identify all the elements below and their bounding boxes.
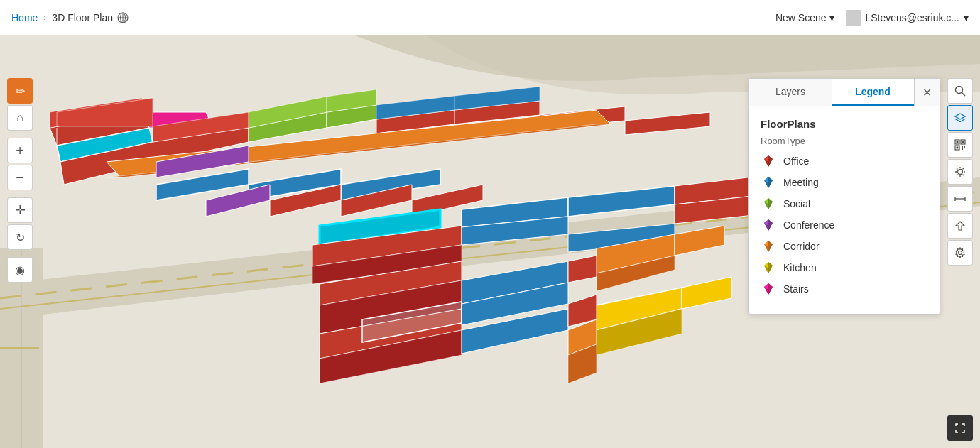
svg-marker-63 <box>955 114 965 119</box>
legend-layers-panel: Layers Legend ✕ FloorPlans RoomType Offi… <box>748 78 940 315</box>
svg-point-86 <box>959 251 962 255</box>
legend-item-label: Corridor <box>783 241 820 252</box>
svg-line-78 <box>957 168 958 170</box>
user-label: LStevens@esriuk.c... <box>866 12 960 23</box>
svg-rect-71 <box>964 146 965 148</box>
breadcrumb: Home › 3D Floor Plan <box>11 12 129 23</box>
legend-item-label: Stairs <box>783 283 809 295</box>
header-right: New Scene ▾ LStevens@esriuk.c... ▾ <box>775 10 969 26</box>
svg-rect-69 <box>957 147 959 149</box>
legend-item: Stairs <box>761 281 928 297</box>
rotate-button[interactable]: ↻ <box>7 224 33 250</box>
svg-line-79 <box>963 175 964 176</box>
legend-sub-title: RoomType <box>761 136 928 146</box>
legend-item-label: Meeting <box>783 177 819 188</box>
legend-color-icon <box>761 153 776 169</box>
qr-button[interactable] <box>947 132 973 158</box>
breadcrumb-separator: › <box>43 13 46 23</box>
legend-section-title: FloorPlans <box>761 118 928 130</box>
svg-rect-67 <box>957 141 959 143</box>
panel-close-button[interactable]: ✕ <box>914 79 940 106</box>
legend-color-icon <box>761 175 776 190</box>
svg-rect-72 <box>962 148 963 150</box>
right-toolbar <box>947 78 973 266</box>
legend-item: Office <box>761 153 928 169</box>
svg-marker-38 <box>568 186 675 217</box>
home-view-button[interactable]: ⌂ <box>7 105 33 131</box>
measure-button[interactable] <box>947 186 973 212</box>
legend-color-icon <box>761 260 776 275</box>
edit-button[interactable]: ✏ <box>7 78 33 104</box>
header: Home › 3D Floor Plan New Scene ▾ LSteven… <box>0 0 980 35</box>
page-title: 3D Floor Plan <box>52 12 129 23</box>
svg-marker-85 <box>956 222 964 230</box>
svg-point-73 <box>958 170 963 175</box>
settings-button[interactable] <box>947 240 973 266</box>
user-dropdown-arrow: ▾ <box>964 12 969 23</box>
svg-marker-20 <box>625 112 710 135</box>
legend-color-icon <box>761 196 776 212</box>
legend-item-label: Conference <box>783 219 834 231</box>
user-menu[interactable]: LStevens@esriuk.c... ▾ <box>846 10 969 26</box>
fullscreen-button[interactable] <box>947 415 973 441</box>
legend-color-icon <box>761 281 776 297</box>
svg-rect-70 <box>962 146 963 148</box>
legend-item: Conference <box>761 217 928 233</box>
svg-line-80 <box>963 168 964 170</box>
legend-item: Kitchen <box>761 260 928 275</box>
globe-icon <box>117 12 129 23</box>
legend-item-label: Office <box>783 155 809 167</box>
legend-color-icon <box>761 217 776 233</box>
svg-point-61 <box>956 87 963 94</box>
svg-marker-56 <box>568 256 597 283</box>
zoom-in-button[interactable]: + <box>7 138 33 163</box>
svg-rect-68 <box>962 141 964 143</box>
panel-content: FloorPlans RoomType Office Meeting Socia… <box>749 106 940 314</box>
svg-line-62 <box>962 93 966 97</box>
legend-items-list: Office Meeting Social Conference Corrido… <box>761 153 928 297</box>
home-link[interactable]: Home <box>11 12 38 23</box>
legend-color-icon <box>761 239 776 254</box>
export-button[interactable] <box>947 213 973 239</box>
legend-item: Meeting <box>761 175 928 190</box>
svg-marker-48 <box>682 277 731 309</box>
svg-line-81 <box>957 175 958 176</box>
left-toolbar: ✏ ⌂ + − ✛ ↻ ◉ <box>7 78 33 283</box>
legend-item: Corridor <box>761 239 928 254</box>
search-button[interactable] <box>947 78 973 104</box>
layers-button[interactable] <box>947 105 973 131</box>
sun-button[interactable] <box>947 159 973 185</box>
map-canvas[interactable]: ✏ ⌂ + − ✛ ↻ ◉ <box>0 35 980 448</box>
tab-legend[interactable]: Legend <box>832 79 914 106</box>
legend-item-label: Kitchen <box>783 262 817 273</box>
svg-marker-45 <box>675 226 724 256</box>
legend-item: Social <box>761 196 928 212</box>
panel-tab-bar: Layers Legend ✕ <box>749 79 940 106</box>
compass-button[interactable]: ◉ <box>7 257 33 283</box>
svg-marker-12 <box>57 98 153 126</box>
zoom-out-button[interactable]: − <box>7 165 33 190</box>
tab-layers[interactable]: Layers <box>749 79 832 106</box>
legend-item-label: Social <box>783 198 810 209</box>
pan-button[interactable]: ✛ <box>7 197 33 223</box>
user-avatar <box>846 10 861 26</box>
new-scene-button[interactable]: New Scene ▾ <box>775 12 834 23</box>
